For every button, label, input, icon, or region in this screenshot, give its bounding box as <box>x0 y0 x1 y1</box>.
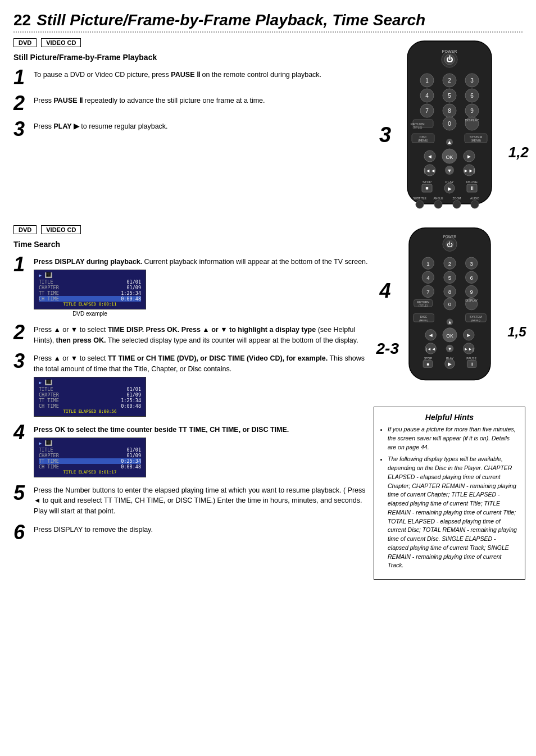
svg-text:8: 8 <box>448 289 451 295</box>
remote-svg-2: ⏻ POWER 1 2 3 4 5 6 7 8 9 <box>398 225 502 388</box>
step-ts-4: 4 Press OK to select the time counter be… <box>13 422 371 477</box>
svg-text:◄: ◄ <box>428 332 433 338</box>
svg-text:⏸: ⏸ <box>470 185 475 191</box>
svg-text:OK: OK <box>446 154 453 160</box>
svg-text:STOP: STOP <box>423 180 431 184</box>
remote2-sublabel-15: 1,5 <box>507 324 526 340</box>
svg-text:PAUSE: PAUSE <box>466 357 476 360</box>
svg-text:5: 5 <box>448 93 451 99</box>
svg-text:SYSTEM: SYSTEM <box>470 315 482 318</box>
still-picture-badges: DVD VIDEO CD <box>13 38 371 47</box>
svg-text:8: 8 <box>448 108 451 114</box>
step-ts-6: 6 Press DISPLAY to remove the display. <box>13 522 371 543</box>
svg-text:▲: ▲ <box>447 320 452 325</box>
svg-text:SUBTITLE: SUBTITLE <box>413 197 427 200</box>
dvd-badge: DVD <box>13 38 37 47</box>
svg-text:POWER: POWER <box>443 235 456 239</box>
svg-text:(MENU): (MENU) <box>419 319 428 322</box>
svg-text:▼: ▼ <box>447 347 452 352</box>
svg-text:2: 2 <box>448 78 451 84</box>
hints-title: Helpful Hints <box>381 413 518 422</box>
svg-text:3: 3 <box>470 78 474 84</box>
svg-text:⏻: ⏻ <box>446 55 453 63</box>
svg-text:4: 4 <box>425 93 429 99</box>
svg-point-65 <box>453 201 461 208</box>
remote2-sublabel-23: 2-3 <box>376 340 399 358</box>
svg-text:(TITLE): (TITLE) <box>413 126 423 129</box>
remote-time-search-top: ⏻ POWER 1 2 3 4 5 6 7 8 9 <box>398 225 502 390</box>
step-ts-5: 5 Press the Number buttons to enter the … <box>13 483 371 517</box>
time-search-badges: DVD VIDEO CD <box>13 225 371 234</box>
svg-text:STOP: STOP <box>424 357 432 360</box>
hint-item-2: The following display types will be avai… <box>388 455 518 570</box>
svg-text:0: 0 <box>448 301 451 307</box>
svg-text:5: 5 <box>448 275 451 281</box>
ts-videocd-badge: VIDEO CD <box>41 225 81 234</box>
dvd-example-label: DVD example <box>34 311 146 317</box>
svg-point-63 <box>416 201 424 208</box>
svg-text:POWER: POWER <box>442 49 457 53</box>
svg-text:DISC: DISC <box>420 315 427 318</box>
svg-text:⏻: ⏻ <box>447 241 453 248</box>
svg-text:(TITLE): (TITLE) <box>418 304 428 307</box>
svg-text:◄: ◄ <box>427 153 433 160</box>
svg-text:DISPLAY: DISPLAY <box>465 119 479 122</box>
svg-text:►: ► <box>466 153 472 160</box>
svg-text:(MENU): (MENU) <box>471 319 480 322</box>
svg-text:■: ■ <box>426 362 429 367</box>
hints-list: If you pause a picture for more than fiv… <box>381 425 518 570</box>
remote1-label-3: 3 <box>379 123 391 147</box>
display-screen-1: ▶ ▓▓ TITLE01/01 CHAPTER01/09 TT TIME1:25… <box>34 270 146 309</box>
svg-text:1: 1 <box>426 261 429 267</box>
svg-point-64 <box>434 201 442 208</box>
svg-text:▶: ▶ <box>448 186 452 192</box>
step-sp-2: 2 Press PAUSE Ⅱ repeatedly to advance th… <box>13 93 371 113</box>
remote-still-picture: ⏻ POWER 1 2 3 4 5 6 7 8 <box>396 38 503 214</box>
time-search-heading: Time Search <box>13 240 371 249</box>
remote2-label-4: 4 <box>380 279 391 303</box>
svg-text:4: 4 <box>426 275 430 281</box>
svg-text:|◄◄: |◄◄ <box>426 347 435 352</box>
svg-text:►►|: ►►| <box>464 347 473 352</box>
svg-text:6: 6 <box>470 275 473 281</box>
still-picture-heading: Still Picture/Frame-by-Frame Playback <box>13 53 371 62</box>
svg-text:▲: ▲ <box>447 139 452 145</box>
svg-text:ZOOM: ZOOM <box>453 197 461 200</box>
step-sp-1: 1 To pause a DVD or Video CD picture, pr… <box>13 67 371 88</box>
svg-text:■: ■ <box>425 185 428 191</box>
remote-svg-1: ⏻ POWER 1 2 3 4 5 6 7 8 <box>396 38 503 212</box>
svg-text:0: 0 <box>448 121 451 127</box>
divider <box>13 31 523 33</box>
svg-text:2: 2 <box>448 261 451 267</box>
page-number: 22 <box>13 11 31 29</box>
svg-text:▼: ▼ <box>447 168 452 174</box>
display-screen-2: ▶ ▓▓ TITLE01/01 CHAPTER01/09 TT TIME1:25… <box>34 377 146 417</box>
hints-box: Helpful Hints If you pause a picture for… <box>374 407 525 580</box>
display-screen-3: ▶ ▓▓ TITLE01/01 CHAPTER01/09 TT TIME0:25… <box>34 438 146 477</box>
hint-item-1: If you pause a picture for more than fiv… <box>388 425 518 452</box>
step-ts-3: 3 Press ▲ or ▼ to select TT TIME or CH T… <box>13 351 371 417</box>
svg-text:7: 7 <box>425 108 429 114</box>
videocd-badge: VIDEO CD <box>41 38 81 47</box>
step-ts-1: 1 Press DISPLAY during playback. Current… <box>13 254 371 317</box>
remote1-sublabel: 1,2 <box>508 144 529 161</box>
svg-text:►►|: ►►| <box>464 168 475 174</box>
svg-text:RETURN: RETURN <box>417 300 429 304</box>
svg-text:7: 7 <box>426 289 429 295</box>
step-sp-3: 3 Press PLAY ▶ to resume regular playbac… <box>13 119 371 139</box>
svg-text:|◄◄: |◄◄ <box>424 168 435 174</box>
svg-text:OK: OK <box>446 333 453 339</box>
svg-text:PAUSE: PAUSE <box>466 180 478 184</box>
svg-text:9: 9 <box>470 108 474 114</box>
page-title: Still Picture/Frame-by-Frame Playback, T… <box>37 11 425 29</box>
svg-text:ANGLE: ANGLE <box>434 197 444 200</box>
svg-text:AUDIO: AUDIO <box>470 197 479 200</box>
svg-text:⏸: ⏸ <box>470 362 474 367</box>
svg-text:DISPLAY: DISPLAY <box>465 299 478 302</box>
svg-text:6: 6 <box>470 93 474 99</box>
svg-text:9: 9 <box>470 289 473 295</box>
step-ts-2: 2 Press ▲ or ▼ to select TIME DISP. Pres… <box>13 322 371 346</box>
ts-dvd-badge: DVD <box>13 225 37 234</box>
svg-text:(MENU): (MENU) <box>471 139 481 142</box>
svg-text:1: 1 <box>425 78 429 84</box>
